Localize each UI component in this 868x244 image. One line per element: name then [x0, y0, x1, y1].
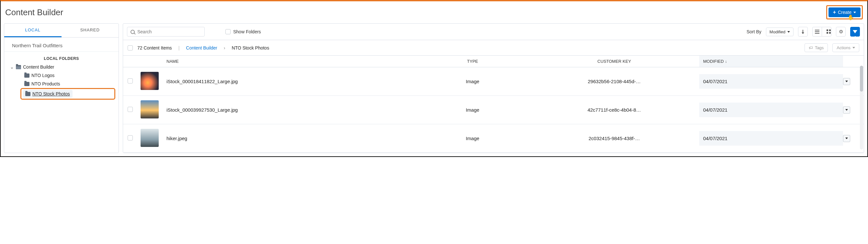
search-icon [130, 30, 135, 34]
scrollbar[interactable] [860, 66, 863, 149]
row-actions-button[interactable] [843, 135, 850, 142]
item-count: 72 Content Items [137, 45, 172, 50]
create-button[interactable]: + Create [829, 7, 861, 17]
col-modified[interactable]: MODIFIED↓ [699, 56, 843, 67]
list-view-button[interactable] [812, 27, 822, 37]
scrollbar-thumb[interactable] [860, 66, 863, 92]
cell-key: 42c7711f-ce8c-4b04-8… [529, 107, 699, 113]
settings-button[interactable]: ⚙ [836, 27, 846, 37]
breadcrumb-current: NTO Stock Photos [231, 45, 269, 50]
local-folders-header: LOCAL FOLDERS [4, 52, 119, 63]
col-customer-key[interactable]: CUSTOMER KEY [529, 59, 699, 64]
cell-type: Image [416, 79, 529, 84]
table-row[interactable]: iStock_000039927530_Large.jpg Image 42c7… [123, 96, 864, 124]
folder-open-icon [16, 65, 21, 69]
folder-nto-products[interactable]: NTO Products [22, 80, 115, 88]
checkbox-icon [225, 29, 230, 34]
chevron-down-icon: ⌄ [10, 64, 14, 70]
arrow-down-icon [803, 30, 803, 34]
chevron-down-icon [845, 80, 848, 82]
folder-icon [24, 82, 29, 86]
sort-dropdown[interactable]: Modified [766, 28, 794, 36]
row-actions-button[interactable] [843, 106, 850, 114]
show-folders-toggle[interactable]: Show Folders [225, 29, 261, 34]
grid-view-button[interactable] [822, 27, 831, 37]
folder-icon [25, 92, 30, 96]
cell-key: 29632b56-2108-445d-… [529, 79, 699, 84]
folder-icon [24, 73, 29, 78]
sort-direction-button[interactable] [798, 27, 808, 37]
plus-icon: + [833, 10, 836, 15]
chevron-down-icon [845, 109, 848, 111]
folder-label: NTO Logos [31, 73, 54, 78]
toolbar: Show Folders Sort By Modified ⚙ [123, 24, 864, 40]
arrow-down-icon: ↓ [725, 59, 727, 64]
tab-local[interactable]: LOCAL [4, 24, 62, 37]
cell-modified: 04/07/2021 [699, 103, 843, 117]
show-folders-label: Show Folders [233, 29, 261, 34]
filter-icon [853, 30, 857, 33]
col-type[interactable]: TYPE [416, 59, 529, 64]
folder-content-builder[interactable]: ⌄ Content Builder [7, 63, 115, 71]
actions-dropdown[interactable]: Actions [832, 43, 859, 52]
folder-tree: ⌄ Content Builder NTO Logos NTO Products [4, 63, 119, 103]
row-actions-button[interactable] [843, 78, 850, 85]
sidebar-tabs: LOCAL SHARED [4, 24, 119, 38]
folder-children: NTO Logos NTO Products NTO Stock Photos [22, 71, 115, 100]
folder-nto-stock-photos-highlight: NTO Stock Photos [21, 88, 115, 100]
page-title: Content Builder [5, 7, 63, 18]
tags-button[interactable]: 🏷Tags [805, 43, 828, 52]
row-checkbox[interactable] [128, 135, 133, 140]
cell-type: Image [416, 107, 529, 113]
folder-label: Content Builder [23, 64, 54, 70]
chevron-down-icon [852, 47, 855, 48]
folder-nto-logos[interactable]: NTO Logos [22, 71, 115, 80]
grid-icon [824, 30, 829, 34]
main: LOCAL SHARED Northern Trail Outfitters L… [1, 21, 867, 156]
info-row: 72 Content Items | Content Builder › NTO… [123, 40, 864, 56]
cell-key: 2c032415-9845-438f-… [529, 136, 699, 141]
view-switcher [812, 27, 831, 37]
cell-modified: 04/07/2021 [699, 74, 843, 89]
table-row[interactable]: iStock_000018411822_Large.jpg Image 2963… [123, 67, 864, 96]
table-body: iStock_000018411822_Large.jpg Image 2963… [123, 67, 864, 153]
breadcrumb-separator: › [224, 45, 225, 50]
thumbnail [141, 100, 159, 118]
chevron-down-icon [787, 31, 790, 33]
table-row[interactable]: hiker.jpeg Image 2c032415-9845-438f-… 04… [123, 124, 864, 153]
list-icon [815, 30, 819, 34]
header: Content Builder + Create ✋ [1, 1, 867, 21]
table-header: NAME TYPE CUSTOMER KEY MODIFIED↓ [123, 56, 864, 67]
create-label: Create [838, 10, 851, 15]
sort-value: Modified [770, 30, 785, 34]
cell-name: hiker.jpeg [166, 136, 416, 141]
cell-name: iStock_000018411822_Large.jpg [166, 79, 416, 84]
search-input[interactable] [137, 29, 201, 34]
cell-type: Image [416, 136, 529, 141]
chevron-down-icon [845, 138, 848, 139]
thumbnail [141, 72, 159, 90]
filter-button[interactable] [850, 27, 860, 37]
folder-nto-stock-photos[interactable]: NTO Stock Photos [23, 90, 72, 98]
row-checkbox[interactable] [128, 107, 133, 112]
cell-modified: 04/07/2021 [699, 131, 843, 146]
folder-label: NTO Products [31, 81, 60, 86]
search-box[interactable] [127, 27, 205, 37]
select-all-checkbox[interactable] [128, 45, 133, 50]
cell-name: iStock_000039927530_Large.jpg [166, 107, 416, 113]
gear-icon: ⚙ [839, 29, 843, 35]
tab-shared[interactable]: SHARED [62, 24, 119, 37]
content-panel: Show Folders Sort By Modified ⚙ 72 Co [123, 23, 864, 153]
col-name[interactable]: NAME [166, 59, 416, 64]
create-highlight: + Create ✋ [826, 5, 863, 20]
org-name: Northern Trail Outfitters [4, 38, 119, 52]
row-checkbox[interactable] [128, 78, 133, 83]
chevron-down-icon [854, 12, 856, 13]
sort-by-label: Sort By [747, 29, 762, 34]
breadcrumb-root[interactable]: Content Builder [186, 45, 217, 50]
divider: | [179, 45, 180, 50]
app-frame: Content Builder + Create ✋ LOCAL SHARED … [0, 0, 868, 157]
thumbnail [141, 129, 159, 147]
sidebar: LOCAL SHARED Northern Trail Outfitters L… [4, 23, 119, 153]
folder-label: NTO Stock Photos [32, 91, 70, 97]
